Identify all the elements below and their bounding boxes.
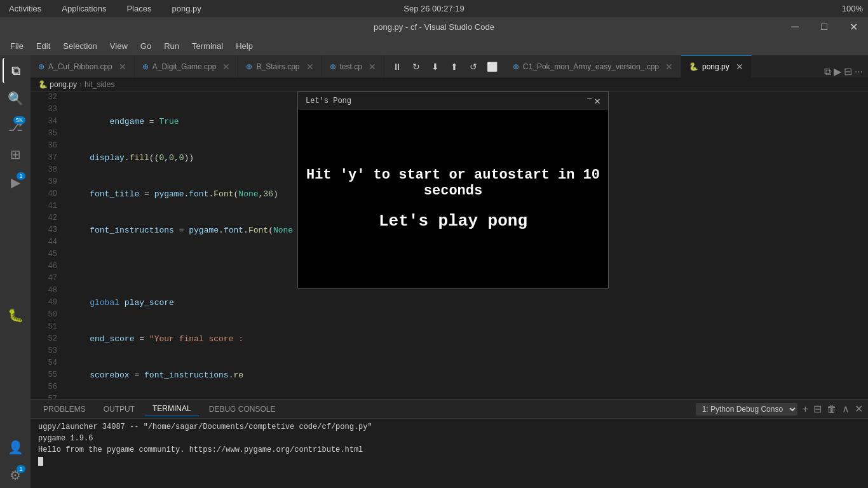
tab-layout-icon[interactable]: ⊟ <box>844 65 852 78</box>
run-badge: 1 <box>17 172 25 180</box>
code-line: global play_score <box>70 297 868 309</box>
tab-test-cp[interactable]: ⊕ test.cp ✕ <box>322 55 384 78</box>
places-menu[interactable]: Places <box>123 3 155 15</box>
battery-indicator: 100% <box>842 4 863 13</box>
tab-overflow-icon[interactable]: ··· <box>855 66 863 78</box>
activity-source-control[interactable]: ⎇ 5K <box>3 114 28 139</box>
menu-edit[interactable]: Edit <box>31 39 55 53</box>
breadcrumb-file[interactable]: 🐍 pong.py <box>38 80 77 89</box>
menu-view[interactable]: View <box>105 39 133 53</box>
line-numbers: 32 33 34 35 36 37 38 39 40 41 42 43 44 4… <box>31 92 62 399</box>
terminal-line: pygame 1.9.6 <box>38 433 860 444</box>
panel-close-icon[interactable]: ✕ <box>855 403 863 415</box>
tab-label: test.cp <box>340 62 362 71</box>
activity-settings[interactable]: ⚙ 1 <box>3 463 28 488</box>
tab-label: A_Cut_Ribbon.cpp <box>48 62 112 71</box>
tab-icon: ⊕ <box>246 62 252 71</box>
panel-trash-icon[interactable]: 🗑 <box>827 403 837 415</box>
tab-close-icon[interactable]: ✕ <box>222 62 230 72</box>
applications-menu[interactable]: Applications <box>58 3 110 15</box>
debug-pause-btn[interactable]: ⏸ <box>388 58 406 76</box>
code-line: scorebox = font_instructions.re <box>70 369 868 381</box>
tab-icon: ⊕ <box>142 62 149 71</box>
editor-area: ⊕ A_Cut_Ribbon.cpp ✕ ⊕ A_Digit_Game.cpp … <box>31 55 868 488</box>
tab-close-icon[interactable]: ✕ <box>306 62 314 72</box>
tab-b-stairs[interactable]: ⊕ B_Stairs.cpp ✕ <box>238 55 322 78</box>
activity-bar: ⧉ 🔍 ⎇ 5K ⊞ ▶ 1 🐛 👤 ⚙ 1 <box>0 55 31 488</box>
dialog-main-text: Let's play pong <box>379 212 527 231</box>
activity-explorer[interactable]: ⧉ <box>3 58 28 83</box>
dialog-body: Hit 'y' to start or autostart in 10 seco… <box>298 110 608 288</box>
menu-selection[interactable]: Selection <box>58 39 102 53</box>
activity-account[interactable]: 👤 <box>3 435 28 460</box>
tab-pong-py[interactable]: 🐍 pong.py ✕ <box>681 55 752 78</box>
tab-icon: ⊕ <box>38 62 44 71</box>
dialog-minimize-button[interactable]: ─ <box>587 95 592 107</box>
code-area[interactable]: 32 33 34 35 36 37 38 39 40 41 42 43 44 4… <box>31 92 868 399</box>
terminal-line: ugpy/launcher 34087 -- "/home/sagar/Docu… <box>38 421 860 433</box>
debug-continue-btn[interactable]: ↺ <box>465 58 482 76</box>
terminal-line: Hello from the pygame community. https:/… <box>38 444 860 456</box>
code-line: end_score = "Your final score : <box>70 333 868 345</box>
activity-extensions[interactable]: ⊞ <box>3 142 28 167</box>
tab-icon: 🐍 <box>689 62 698 71</box>
system-bar: Activities Applications Places pong.py S… <box>0 0 868 17</box>
close-button[interactable]: ✕ <box>839 17 868 36</box>
search-icon: 🔍 <box>8 91 24 106</box>
dialog-close-button[interactable]: ✕ <box>594 95 600 107</box>
panel-tab-terminal[interactable]: TERMINAL <box>145 402 199 416</box>
menu-terminal[interactable]: Terminal <box>187 39 228 53</box>
panel-tab-debug-console[interactable]: DEBUG CONSOLE <box>201 402 283 416</box>
panel-split-icon[interactable]: ⊟ <box>813 403 822 415</box>
tab-c1-pok-mon[interactable]: ⊕ C1_Pok_mon_Army_easy_version_.cpp ✕ <box>505 55 681 78</box>
debug-restart-btn[interactable]: ↻ <box>407 58 425 76</box>
tab-close-icon[interactable]: ✕ <box>369 62 376 72</box>
source-control-badge: 5K <box>13 116 25 124</box>
restore-button[interactable]: □ <box>810 17 839 36</box>
menu-run[interactable]: Run <box>159 39 184 53</box>
panel-add-terminal-icon[interactable]: + <box>803 403 808 415</box>
panel-tab-output[interactable]: OUTPUT <box>96 402 142 416</box>
tab-close-icon[interactable]: ✕ <box>736 62 743 72</box>
breadcrumb-sep: › <box>79 80 82 89</box>
panel-tab-problems[interactable]: PROBLEMS <box>36 402 93 416</box>
activities-menu[interactable]: Activities <box>5 3 45 15</box>
tab-close-icon[interactable]: ✕ <box>665 62 673 72</box>
tab-a-cut-ribbon[interactable]: ⊕ A_Cut_Ribbon.cpp ✕ <box>31 55 135 78</box>
terminal-cursor <box>38 457 43 466</box>
tab-icon: ⊕ <box>330 62 336 71</box>
tab-a-digit-game[interactable]: ⊕ A_Digit_Game.cpp ✕ <box>135 55 239 78</box>
tab-close-icon[interactable]: ✕ <box>119 62 126 72</box>
minimize-button[interactable]: ─ <box>780 17 810 36</box>
panel-collapse-icon[interactable]: ∧ <box>842 403 850 415</box>
menu-go[interactable]: Go <box>135 39 156 53</box>
debug-step-into-btn[interactable]: ⬆ <box>445 58 463 76</box>
activity-run[interactable]: ▶ 1 <box>3 170 28 195</box>
app-name[interactable]: pong.py <box>168 3 205 15</box>
debug-stop-btn[interactable]: ⬜ <box>484 58 501 76</box>
dialog-header: Let's Pong ─ ✕ <box>298 92 608 110</box>
panel-actions: 1: Python Debug Conso + ⊟ 🗑 ∧ ✕ <box>696 403 863 416</box>
debug-icon: 🐛 <box>8 308 24 323</box>
tab-bar: ⊕ A_Cut_Ribbon.cpp ✕ ⊕ A_Digit_Game.cpp … <box>31 55 868 78</box>
terminal-selector[interactable]: 1: Python Debug Conso <box>696 403 797 416</box>
tab-more-icon[interactable]: ▶ <box>834 65 841 78</box>
menu-file[interactable]: File <box>5 39 29 53</box>
activity-search[interactable]: 🔍 <box>3 86 28 111</box>
system-datetime: Sep 26 00:27:19 <box>403 4 464 13</box>
tab-label: B_Stairs.cpp <box>256 62 299 71</box>
split-editor-icon[interactable]: ⧉ <box>824 66 831 78</box>
activity-debug[interactable]: 🐛 <box>3 302 28 328</box>
breadcrumb: 🐍 pong.py › hit_sides <box>31 78 868 92</box>
vscode-body: ⧉ 🔍 ⎇ 5K ⊞ ▶ 1 🐛 👤 ⚙ 1 ⊕ <box>0 55 868 488</box>
debug-step-over-btn[interactable]: ⬇ <box>426 58 444 76</box>
tab-label: A_Digit_Game.cpp <box>153 62 217 71</box>
dialog-subtitle: Hit 'y' to start or autostart in 10 seco… <box>298 167 608 199</box>
debug-toolbar: ⏸ ↻ ⬇ ⬆ ↺ ⬜ <box>384 55 505 78</box>
settings-badge: 1 <box>17 465 25 473</box>
window-title: pong.py - cf - Visual Studio Code <box>374 22 494 32</box>
menu-help[interactable]: Help <box>231 39 258 53</box>
breadcrumb-symbol[interactable]: hit_sides <box>85 80 114 89</box>
tab-label: pong.py <box>702 62 729 71</box>
terminal-content[interactable]: ugpy/launcher 34087 -- "/home/sagar/Docu… <box>31 419 868 488</box>
